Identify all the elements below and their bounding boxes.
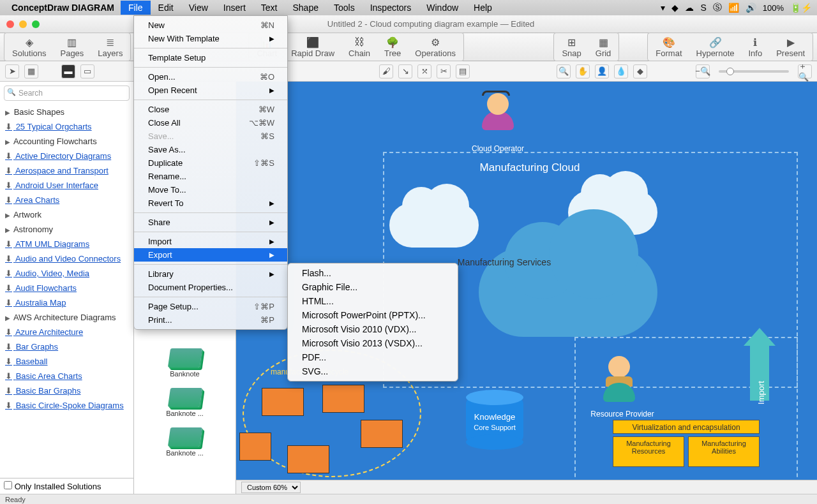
- library-item[interactable]: ⬇ Baseball: [3, 354, 131, 369]
- brush-tool[interactable]: 🖌: [379, 64, 393, 78]
- toolbar-hypernote[interactable]: 🔗Hypernote: [690, 34, 741, 59]
- library-item[interactable]: ⬇ Audio and Video Connectors: [3, 251, 131, 266]
- menu-item-save-as-[interactable]: Save As...: [134, 143, 287, 156]
- toolbar-chain[interactable]: ⛓Chain: [342, 34, 377, 59]
- library-item[interactable]: ⬇ ATM UML Diagrams: [3, 237, 131, 251]
- library-item[interactable]: ⬇ Active Directory Diagrams: [3, 149, 131, 163]
- menu-item-template-setup[interactable]: Template Setup: [134, 51, 287, 64]
- export-item-svg-[interactable]: SVG...: [288, 364, 458, 378]
- menu-item-move-to-[interactable]: Move To...: [134, 183, 287, 196]
- connector-tool-3[interactable]: ✂: [437, 64, 451, 78]
- zoom-select[interactable]: Custom 60%: [241, 482, 301, 493]
- toolbar-format[interactable]: 🎨Format: [649, 34, 688, 59]
- menu-text[interactable]: Text: [253, 1, 285, 15]
- menu-tools[interactable]: Tools: [326, 1, 363, 15]
- menu-item-rename-[interactable]: Rename...: [134, 170, 287, 183]
- library-item[interactable]: ⬇ Azure Architecture: [3, 325, 131, 339]
- volume-icon[interactable]: 🔊: [746, 3, 756, 13]
- menu-shape[interactable]: Shape: [285, 1, 326, 15]
- menu-view[interactable]: View: [181, 1, 216, 15]
- shape-item[interactable]: Banknote ...: [134, 422, 236, 462]
- toolbar-info[interactable]: ℹInfo: [742, 34, 769, 59]
- zoom-in-button[interactable]: ＋🔍: [798, 64, 812, 78]
- library-item[interactable]: ▶ Basic Shapes: [3, 105, 131, 119]
- connector-tool-1[interactable]: ↘: [398, 64, 412, 78]
- menu-item-open-recent[interactable]: Open Recent▶: [134, 84, 287, 97]
- menu-file[interactable]: File: [121, 1, 151, 15]
- only-installed-checkbox[interactable]: Only Installed Solutions: [0, 478, 133, 494]
- menu-item-revert-to[interactable]: Revert To▶: [134, 196, 287, 210]
- menu-inspectors[interactable]: Inspectors: [363, 1, 419, 15]
- hand-tool[interactable]: ✋: [576, 64, 590, 78]
- vlc-icon[interactable]: ▾: [661, 3, 665, 13]
- menu-window[interactable]: Window: [419, 1, 466, 15]
- library-item[interactable]: ⬇ Android User Interface: [3, 178, 131, 193]
- menu-item-duplicate[interactable]: Duplicate⇧⌘S: [134, 156, 287, 170]
- eraser-tool[interactable]: ◆: [633, 64, 647, 78]
- menu-item-export[interactable]: Export▶: [134, 248, 287, 262]
- only-installed-check[interactable]: [4, 481, 12, 489]
- diamond-icon[interactable]: ◆: [671, 3, 678, 13]
- battery-icon[interactable]: 🔋⚡: [790, 3, 812, 13]
- menu-item-page-setup-[interactable]: Page Setup...⇧⌘P: [134, 300, 287, 313]
- menu-item-import[interactable]: Import▶: [134, 235, 287, 248]
- toolbar-pages[interactable]: ▥Pages: [54, 34, 90, 59]
- library-item[interactable]: ⬇ Basic Circle-Spoke Diagrams: [3, 398, 131, 413]
- cloud-icon[interactable]: ☁: [685, 3, 694, 13]
- select-tool[interactable]: ▦: [24, 64, 38, 78]
- library-item[interactable]: ⬇ Audit Flowcharts: [3, 281, 131, 295]
- fill-dark-tool[interactable]: ▬: [61, 64, 75, 78]
- export-item-microsoft-powerpoint-pptx-[interactable]: Microsoft PowerPoint (PPTX)...: [288, 308, 458, 322]
- library-item[interactable]: ▶ Astronomy: [3, 222, 131, 237]
- search-input[interactable]: Search: [4, 85, 130, 101]
- menu-item-open-[interactable]: Open...⌘O: [134, 70, 287, 84]
- export-item-graphic-file-[interactable]: Graphic File...: [288, 280, 458, 294]
- menu-item-new[interactable]: New⌘N: [134, 19, 287, 32]
- library-item[interactable]: ⬇ Australia Map: [3, 295, 131, 310]
- library-item[interactable]: ▶ Accounting Flowcharts: [3, 134, 131, 149]
- menu-item-close-all[interactable]: Close All⌥⌘W: [134, 116, 287, 130]
- menu-item-close[interactable]: Close⌘W: [134, 103, 287, 116]
- toolbar-solutions[interactable]: ◈Solutions: [6, 34, 52, 59]
- wifi-icon[interactable]: 📶: [728, 3, 739, 13]
- menu-item-share[interactable]: Share▶: [134, 216, 287, 229]
- toolbar-grid[interactable]: ▦Grid: [589, 34, 618, 59]
- window-maximize-button[interactable]: [32, 20, 40, 28]
- library-item[interactable]: ⬇ Area Charts: [3, 193, 131, 207]
- menu-item-print-[interactable]: Print...⌘P: [134, 313, 287, 327]
- export-item-html-[interactable]: HTML...: [288, 294, 458, 308]
- shape-item[interactable]: Banknote: [134, 343, 236, 383]
- library-item[interactable]: ⬇ Basic Bar Graphs: [3, 383, 131, 398]
- library-item[interactable]: ⬇ Basic Area Charts: [3, 369, 131, 383]
- window-minimize-button[interactable]: [19, 20, 27, 28]
- eyedropper-tool[interactable]: 💧: [614, 64, 628, 78]
- menu-item-new-with-template[interactable]: New With Template▶: [134, 32, 287, 45]
- window-close-button[interactable]: [6, 20, 14, 28]
- person-tool[interactable]: 👤: [595, 64, 609, 78]
- menu-insert[interactable]: Insert: [216, 1, 253, 15]
- export-item-pdf-[interactable]: PDF...: [288, 350, 458, 364]
- menu-edit[interactable]: Edit: [151, 1, 181, 15]
- library-item[interactable]: ⬇ Aerospace and Transport: [3, 163, 131, 178]
- toolbar-operations[interactable]: ⚙Operations: [408, 34, 462, 59]
- connector-tool-2[interactable]: ⤱: [417, 64, 431, 78]
- fill-light-tool[interactable]: ▭: [80, 64, 94, 78]
- export-item-microsoft-visio-vsdx-[interactable]: Microsoft Visio 2013 (VSDX)...: [288, 336, 458, 350]
- s-icon[interactable]: S: [700, 3, 706, 13]
- pointer-tool[interactable]: ➤: [5, 64, 19, 78]
- shape-item[interactable]: Banknote ...: [134, 383, 236, 422]
- export-item-flash-[interactable]: Flash...: [288, 266, 458, 280]
- page-tool[interactable]: ▤: [456, 64, 470, 78]
- toolbar-tree[interactable]: 🌳Tree: [378, 34, 407, 59]
- zoom-tool[interactable]: 🔍: [557, 64, 571, 78]
- zoom-slider[interactable]: [719, 70, 789, 73]
- menu-help[interactable]: Help: [466, 1, 500, 15]
- export-item-microsoft-visio-vdx-[interactable]: Microsoft Visio 2010 (VDX)...: [288, 322, 458, 336]
- toolbar-layers[interactable]: ≣Layers: [91, 34, 129, 59]
- toolbar-snap[interactable]: ⊞Snap: [555, 34, 587, 59]
- toolbar-rapid-draw[interactable]: ⬛Rapid Draw: [285, 34, 341, 59]
- menu-item-document-properties-[interactable]: Document Properties...: [134, 281, 287, 294]
- toolbar-present[interactable]: ▶Present: [770, 34, 811, 59]
- library-item[interactable]: ⬇ Bar Graphs: [3, 339, 131, 354]
- skype-icon[interactable]: Ⓢ: [713, 2, 722, 13]
